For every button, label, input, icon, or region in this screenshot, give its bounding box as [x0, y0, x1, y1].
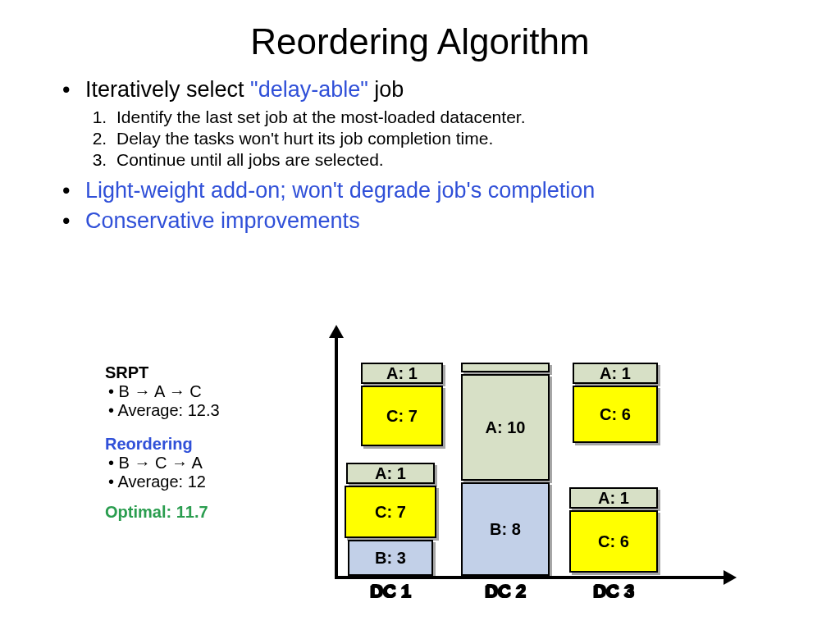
dc3-label: DC 3: [581, 581, 646, 602]
x-axis-arrow-icon: [724, 570, 737, 585]
y-axis: [335, 333, 338, 579]
dc3-c6-lower: C: 6: [569, 510, 658, 573]
srpt-avg: Average: 12.3: [108, 401, 220, 420]
dc2-a-indicator: [461, 363, 550, 372]
bullet-iterative: Iteratively select "delay-able" job: [62, 77, 778, 103]
srpt-heading: SRPT: [105, 363, 220, 382]
reorder-order: B → C → A: [108, 454, 220, 472]
dc3-a1-lower: A: 1: [569, 487, 658, 509]
bullet1-prefix: Iteratively select: [85, 77, 250, 102]
bullet1-delayable: "delay-able": [250, 77, 368, 102]
optimal-label: Optimal: 11.7: [105, 503, 220, 522]
dc2-label: DC 2: [472, 581, 538, 602]
dc1-b3: B: 3: [348, 540, 433, 576]
comparison-notes: SRPT B → A → C Average: 12.3 Reordering …: [105, 363, 220, 522]
reorder-heading: Reordering: [105, 435, 220, 454]
step-2: Delay the tasks won't hurt its job compl…: [112, 129, 778, 148]
dc1-label: DC 1: [358, 581, 423, 602]
dc2-a10: A: 10: [461, 374, 550, 481]
reorder-avg: Average: 12: [108, 472, 220, 491]
bullet-lightweight: Light-weight add-on; won't degrade job's…: [62, 178, 778, 203]
step-1: Identify the last set job at the most-lo…: [112, 107, 778, 127]
slide-title: Reordering Algorithm: [0, 21, 840, 62]
y-axis-arrow-icon: [329, 325, 344, 338]
dc1-c7-upper: C: 7: [361, 386, 443, 446]
x-axis: [335, 576, 728, 579]
chart-area: B: 3 C: 7 A: 1 C: 7 A: 1 B: 8 A: 10 C: 6…: [322, 325, 748, 596]
bullet1-suffix: job: [368, 77, 404, 102]
content-area: Iteratively select "delay-able" job Iden…: [62, 77, 778, 234]
dc1-a1-upper: A: 1: [361, 363, 443, 384]
srpt-order: B → A → C: [108, 382, 220, 401]
steps-list: Identify the last set job at the most-lo…: [112, 107, 778, 170]
dc1-c7-lower: C: 7: [345, 486, 436, 538]
step-3: Continue until all jobs are selected.: [112, 150, 778, 170]
dc3-a1-upper: A: 1: [573, 363, 658, 384]
bullet-conservative: Conservative improvements: [62, 208, 778, 234]
dc1-a1-lower: A: 1: [346, 463, 435, 484]
dc3-c6-upper: C: 6: [573, 386, 658, 443]
dc2-b8: B: 8: [461, 482, 550, 576]
